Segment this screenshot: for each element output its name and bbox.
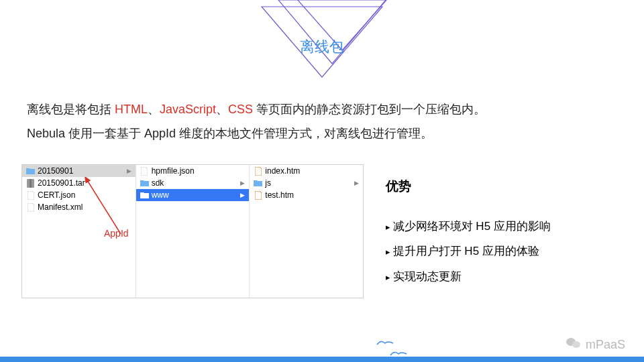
finder-row[interactable]: sdk▶ bbox=[136, 177, 250, 189]
advantages-section: 优势 减少网络环境对 H5 应用的影响提升用户打开 H5 应用的体验实现动态更新 bbox=[386, 178, 551, 289]
svg-point-4 bbox=[572, 341, 580, 348]
footer-bar bbox=[0, 357, 644, 362]
brand-text: mPaaS bbox=[586, 338, 625, 352]
text: 等页面内的静态资源打包到一个压缩包内。 bbox=[253, 103, 486, 116]
tech-js: JavaScript bbox=[160, 103, 216, 116]
finder-label: js bbox=[265, 178, 271, 188]
folder-icon bbox=[254, 179, 262, 188]
finder-row[interactable]: www▶ bbox=[136, 189, 250, 201]
finder-label: CERT.json bbox=[38, 190, 75, 200]
file-icon bbox=[26, 203, 35, 212]
chevron-right-icon: ▶ bbox=[240, 192, 245, 198]
finder-row[interactable]: 20150901.tar bbox=[22, 177, 136, 189]
tech-html: HTML bbox=[115, 103, 148, 116]
finder-label: Manifest.xml bbox=[38, 202, 83, 212]
file-icon bbox=[26, 191, 35, 200]
folder-icon bbox=[140, 179, 149, 188]
advantage-item: 实现动态更新 bbox=[386, 264, 551, 289]
finder-label: test.htm bbox=[265, 190, 294, 200]
chevron-right-icon: ▶ bbox=[127, 168, 131, 174]
text: 、 bbox=[216, 103, 228, 116]
brand-watermark: mPaaS bbox=[566, 336, 625, 354]
advantage-item: 减少网络环境对 H5 应用的影响 bbox=[386, 214, 551, 239]
html-icon bbox=[254, 191, 262, 200]
text: 、 bbox=[148, 103, 160, 116]
finder-label: www bbox=[152, 190, 169, 200]
wechat-icon bbox=[566, 336, 582, 354]
finder-row[interactable]: hpmfile.json bbox=[136, 165, 250, 177]
finder-label: index.htm bbox=[265, 166, 300, 176]
finder-row[interactable]: Manifest.xml bbox=[22, 201, 136, 213]
advantage-item: 提升用户打开 H5 应用的体验 bbox=[386, 239, 551, 263]
advantages-title: 优势 bbox=[386, 178, 551, 195]
text: 离线包是将包括 bbox=[27, 103, 115, 116]
finder-row[interactable]: js▶ bbox=[250, 177, 363, 189]
finder-row[interactable]: test.htm bbox=[250, 189, 363, 201]
description: 离线包是将包括 HTML、JavaScript、CSS 等页面内的静态资源打包到… bbox=[27, 97, 617, 145]
finder-col-2: hpmfile.jsonsdk▶www▶ bbox=[136, 165, 250, 298]
folder-icon bbox=[140, 191, 149, 200]
description-line2: Nebula 使用一套基于 AppId 维度的本地文件管理方式，对离线包进行管理… bbox=[27, 121, 617, 145]
finder-row[interactable]: 20150901▶ bbox=[22, 165, 136, 177]
finder-label: sdk bbox=[152, 178, 164, 188]
slide-title: 离线包 bbox=[300, 37, 344, 57]
chevron-right-icon: ▶ bbox=[240, 180, 245, 186]
html-icon bbox=[254, 167, 262, 176]
finder-row[interactable]: index.htm bbox=[250, 165, 363, 177]
tech-css: CSS bbox=[228, 103, 253, 116]
archive-icon bbox=[26, 179, 35, 188]
finder-row[interactable]: CERT.json bbox=[22, 189, 136, 201]
finder-label: 20150901 bbox=[38, 166, 73, 176]
chevron-right-icon: ▶ bbox=[354, 180, 359, 186]
finder-col-3: index.htmjs▶test.htm bbox=[250, 165, 363, 298]
finder-label: 20150901.tar bbox=[38, 178, 85, 188]
finder-label: hpmfile.json bbox=[152, 166, 195, 176]
annotation-label: AppId bbox=[104, 228, 129, 239]
svg-rect-2 bbox=[30, 179, 32, 188]
folder-icon bbox=[26, 167, 35, 176]
finder-window: 20150901▶20150901.tarCERT.jsonManifest.x… bbox=[21, 164, 364, 298]
file-icon bbox=[140, 167, 149, 176]
